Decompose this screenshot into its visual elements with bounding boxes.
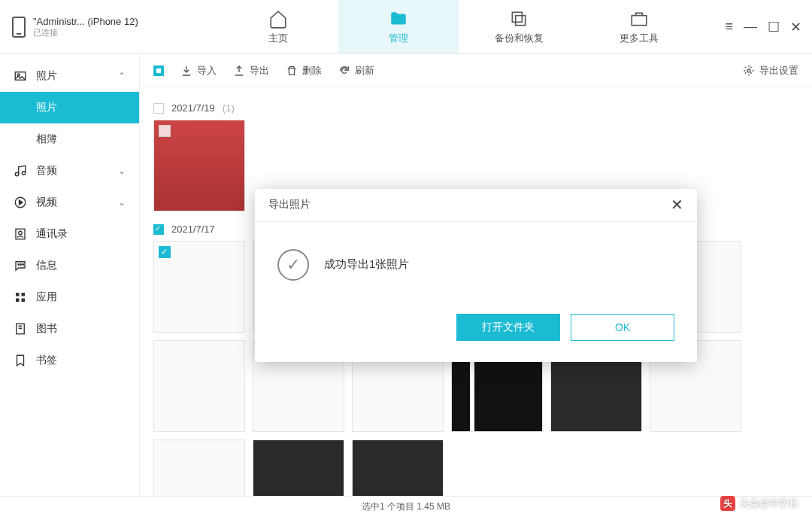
device-status: 已连接: [33, 27, 138, 38]
book-icon: [14, 322, 27, 336]
tab-backup[interactable]: 备份和恢复: [459, 0, 579, 53]
svg-rect-13: [16, 293, 20, 297]
bookmark-icon: [14, 354, 27, 367]
tab-home[interactable]: 主页: [218, 0, 338, 53]
svg-rect-17: [17, 324, 25, 334]
main: 照片 ⌃ 照片 相簿 音频⌄ 视频⌄ 通讯录 信息 应用 图书: [0, 54, 812, 496]
svg-rect-1: [516, 15, 526, 25]
success-check-icon: ✓: [277, 249, 309, 281]
image-icon: [14, 69, 27, 83]
tab-manage[interactable]: 管理: [338, 0, 459, 53]
status-text: 选中1 个项目 1.45 MB: [362, 500, 450, 513]
sidebar-item-audio[interactable]: 音频⌄: [0, 155, 139, 187]
minimize-icon[interactable]: —: [744, 19, 757, 35]
menu-icon[interactable]: ≡: [725, 19, 733, 35]
dialog-header: 导出照片 ✕: [255, 189, 697, 222]
sidebar-item-photos-sub[interactable]: 照片: [0, 92, 139, 123]
apps-icon: [14, 290, 27, 304]
toolbox-icon: [629, 9, 649, 29]
contact-icon: [14, 227, 27, 241]
sidebar-item-bookmarks[interactable]: 书签: [0, 345, 139, 376]
chevron-down-icon: ⌄: [118, 197, 126, 208]
sidebar-item-messages[interactable]: 信息: [0, 250, 139, 281]
content: 导入 导出 删除 刷新 导出设置 2021/7/19: [140, 54, 812, 496]
sidebar: 照片 ⌃ 照片 相簿 音频⌄ 视频⌄ 通讯录 信息 应用 图书: [0, 54, 140, 496]
svg-rect-2: [632, 15, 647, 25]
svg-point-6: [22, 172, 26, 175]
modal-overlay: 导出照片 ✕ ✓ 成功导出1张照片 打开文件夹 OK: [140, 54, 812, 496]
message-icon: [14, 259, 27, 272]
phone-icon: [12, 17, 26, 38]
dialog-message: 成功导出1张照片: [324, 257, 409, 272]
sidebar-item-photos[interactable]: 照片 ⌃: [0, 60, 139, 92]
watermark-logo: 头: [720, 496, 735, 511]
svg-rect-15: [16, 299, 20, 303]
sidebar-item-video[interactable]: 视频⌄: [0, 187, 139, 218]
folder-icon: [389, 9, 408, 29]
svg-point-5: [15, 172, 19, 176]
svg-point-11: [20, 264, 22, 266]
export-success-dialog: 导出照片 ✕ ✓ 成功导出1张照片 打开文件夹 OK: [255, 189, 697, 362]
sidebar-item-books[interactable]: 图书: [0, 313, 139, 345]
music-icon: [14, 164, 27, 178]
svg-rect-16: [22, 299, 26, 303]
svg-point-12: [23, 264, 24, 266]
ok-button[interactable]: OK: [571, 314, 674, 341]
dialog-close-button[interactable]: ✕: [671, 196, 683, 214]
sidebar-item-albums[interactable]: 相簿: [0, 123, 139, 155]
sidebar-item-contacts[interactable]: 通讯录: [0, 218, 139, 250]
svg-point-9: [19, 231, 23, 235]
svg-rect-0: [512, 12, 522, 22]
top-tabs: 主页 管理 备份和恢复 更多工具: [218, 0, 725, 53]
svg-point-10: [18, 264, 20, 266]
chevron-down-icon: ⌄: [118, 166, 126, 176]
play-icon: [14, 196, 27, 209]
close-icon[interactable]: ✕: [790, 19, 801, 35]
home-icon: [268, 9, 288, 29]
svg-rect-8: [16, 229, 25, 239]
watermark: 头 头条@牛学长: [720, 496, 798, 511]
backup-icon: [509, 9, 529, 29]
window-controls: ≡ — ☐ ✕: [725, 19, 812, 35]
tab-tools[interactable]: 更多工具: [579, 0, 699, 53]
sidebar-item-apps[interactable]: 应用: [0, 281, 139, 313]
device-info: "Administr... (iPhone 12) 已连接: [0, 16, 218, 38]
device-name: "Administr... (iPhone 12): [33, 16, 138, 27]
dialog-title: 导出照片: [268, 198, 311, 211]
maximize-icon[interactable]: ☐: [768, 19, 780, 35]
open-folder-button[interactable]: 打开文件夹: [456, 314, 560, 341]
statusbar: 选中1 个项目 1.45 MB: [0, 496, 812, 517]
chevron-up-icon: ⌃: [118, 71, 126, 81]
svg-rect-14: [22, 293, 26, 297]
titlebar: "Administr... (iPhone 12) 已连接 主页 管理 备份和恢…: [0, 0, 812, 54]
